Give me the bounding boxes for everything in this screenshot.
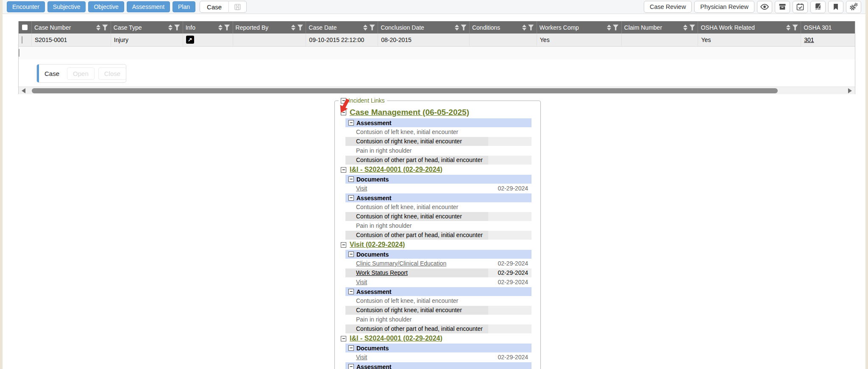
group-header-label: Assessment (356, 120, 392, 126)
document-link[interactable]: Clinic Summary/Clinical Education (345, 259, 488, 268)
table-row[interactable]: S2015-0001 Injury ↗ 09-10-2015 22:12:00 … (19, 34, 855, 47)
document-link[interactable]: Visit (345, 184, 488, 193)
settings-button[interactable] (846, 1, 861, 13)
select-all-header-cell (19, 21, 32, 34)
item-label: Contusion of other part of head, initial… (345, 156, 488, 165)
filter-icon[interactable] (689, 25, 695, 31)
external-link-icon[interactable]: ↗ (186, 36, 194, 44)
tree-item: Pain in right shoulder (345, 315, 531, 324)
row-checkbox[interactable] (22, 36, 22, 44)
sort-icon[interactable] (607, 25, 611, 31)
scroll-right-arrow[interactable] (848, 88, 852, 93)
tree-item: Contusion of left knee, initial encounte… (345, 128, 531, 137)
header-label: Workers Comp (540, 24, 605, 31)
page-edge-right (865, 0, 868, 369)
document-link[interactable]: Work Status Report (345, 268, 488, 277)
cell-osha-work-related: Yes (698, 34, 801, 46)
select-all-checkbox[interactable] (22, 25, 28, 30)
ii-case-link[interactable]: I&I - S2024-0001 (02-29-2024) (350, 335, 442, 342)
assessment-button[interactable]: Assessment (127, 1, 170, 12)
group-header-label: Documents (356, 251, 389, 258)
filter-icon[interactable] (792, 25, 798, 31)
filter-icon[interactable] (102, 25, 108, 31)
save-button[interactable] (229, 3, 246, 11)
osha-301-link[interactable]: 301 (804, 36, 814, 43)
book-button[interactable] (810, 1, 826, 13)
tree-item: Work Status Report02-29-2024 (345, 268, 531, 277)
filter-icon[interactable] (613, 25, 619, 31)
cell-case-number: S2015-0001 (32, 34, 111, 46)
collapse-icon[interactable]: − (348, 176, 354, 182)
new-row-checkbox[interactable] (19, 49, 19, 57)
header-osha-work-related: OSHA Work Related (698, 21, 801, 34)
sort-icon[interactable] (455, 25, 459, 31)
collapse-icon[interactable]: − (341, 336, 346, 341)
tree-item: Clinic Summary/Clinical Education02-29-2… (345, 259, 531, 268)
scroll-left-arrow[interactable] (22, 88, 25, 93)
item-label: Contusion of other part of head, initial… (345, 324, 488, 333)
filter-icon[interactable] (224, 25, 230, 31)
objective-button[interactable]: Objective (88, 1, 124, 12)
cell-conditions (470, 34, 537, 46)
cell-case-type: Injury (111, 34, 183, 46)
tree-group-header: − Assessment (345, 287, 531, 296)
case-management-link[interactable]: Case Management (06-05-2025) (350, 108, 469, 117)
document-link[interactable]: Visit (345, 353, 488, 362)
collapse-icon[interactable]: − (348, 252, 354, 257)
eye-button[interactable] (757, 1, 772, 13)
calendar-check-button[interactable] (793, 1, 808, 13)
filter-icon[interactable] (297, 25, 303, 31)
filter-icon[interactable] (461, 25, 467, 31)
physician-review-button[interactable]: Physician Review (694, 1, 754, 13)
collapse-icon[interactable]: − (348, 364, 354, 369)
sort-icon[interactable] (363, 25, 367, 31)
item-label: Pain in right shoulder (345, 146, 488, 155)
collapse-icon[interactable]: − (341, 242, 346, 248)
subjective-button[interactable]: Subjective (47, 1, 86, 12)
filter-icon[interactable] (174, 25, 180, 31)
table-header-row: Case Number Case Type Info Reported By C… (19, 21, 855, 34)
item-label: Contusion of left knee, initial encounte… (345, 128, 488, 137)
sort-icon[interactable] (683, 25, 687, 31)
encounter-button[interactable]: Encounter (7, 1, 45, 12)
sort-icon[interactable] (218, 25, 223, 31)
close-case-button[interactable]: Close (98, 67, 126, 80)
bookmark-button[interactable] (828, 1, 843, 13)
incident-links-panel: − Incident Links − Case Management (06-0… (334, 101, 541, 369)
case-panel-accent (37, 64, 39, 82)
archive-button[interactable] (775, 1, 790, 13)
collapse-icon[interactable]: − (348, 289, 354, 294)
item-date (488, 146, 531, 155)
visit-link[interactable]: Visit (02-29-2024) (350, 241, 405, 249)
tree-item: Contusion of right knee, initial encount… (345, 306, 531, 315)
item-label: Contusion of right knee, initial encount… (345, 306, 488, 315)
item-label: Contusion of left knee, initial encounte… (345, 296, 488, 305)
case-review-button[interactable]: Case Review (644, 1, 692, 13)
cell-reported-by (233, 34, 306, 46)
sort-icon[interactable] (786, 25, 790, 31)
sort-icon[interactable] (96, 25, 100, 31)
cell-info: ↗ (183, 34, 233, 46)
collapse-icon[interactable]: − (348, 195, 354, 201)
item-date (488, 231, 531, 240)
tree-item: Pain in right shoulder (345, 221, 531, 230)
ii-case-link[interactable]: I&I - S2024-0001 (02-29-2024) (350, 166, 442, 173)
sort-icon[interactable] (522, 25, 526, 31)
collapse-icon[interactable]: − (348, 120, 354, 126)
sort-icon[interactable] (291, 25, 295, 31)
open-case-button[interactable]: Open (67, 67, 95, 80)
collapse-icon[interactable]: − (341, 167, 346, 173)
document-link[interactable]: Visit (345, 278, 488, 287)
plan-button[interactable]: Plan (172, 1, 195, 12)
collapse-icon[interactable]: − (348, 345, 354, 351)
header-label: OSHA 301 (804, 24, 852, 31)
filter-icon[interactable] (528, 25, 534, 31)
header-case-date: Case Date (306, 21, 378, 34)
horizontal-scrollbar[interactable] (19, 87, 855, 94)
tab-case[interactable]: Case (200, 3, 228, 11)
table-new-row (19, 47, 855, 59)
tree-item: Pain in right shoulder (345, 146, 531, 155)
scrollbar-thumb[interactable] (32, 88, 778, 93)
filter-icon[interactable] (369, 25, 375, 31)
sort-icon[interactable] (168, 25, 172, 31)
